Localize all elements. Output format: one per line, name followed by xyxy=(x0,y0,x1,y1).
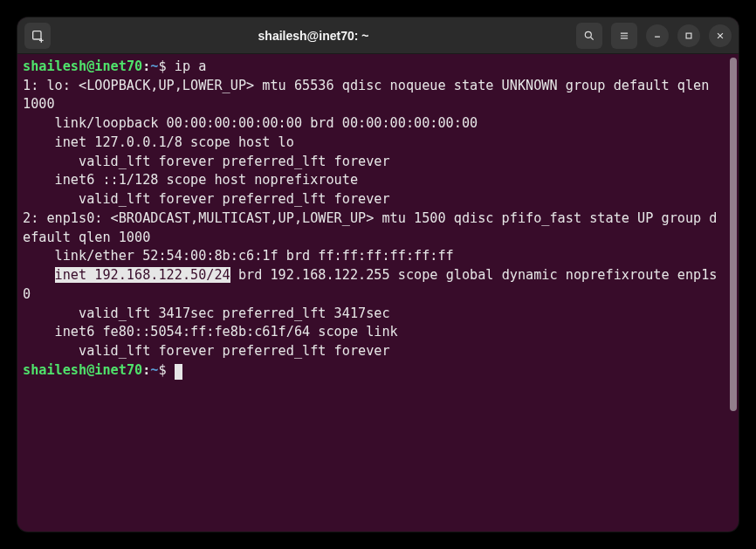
new-tab-button[interactable] xyxy=(24,23,51,49)
terminal-body[interactable]: shailesh@inet70:~$ ip a 1: lo: <LOOPBACK… xyxy=(17,54,739,532)
out-l9a xyxy=(23,267,55,283)
menu-button[interactable] xyxy=(611,23,637,49)
svg-line-4 xyxy=(591,37,594,39)
svg-rect-0 xyxy=(33,31,41,38)
out-l4: valid_lft forever preferred_lft forever xyxy=(23,154,390,169)
prompt-user: shailesh xyxy=(23,58,86,74)
out-l12: valid_lft forever preferred_lft forever xyxy=(23,343,390,359)
out-l11: inet6 fe80::5054:ff:fe8b:c61f/64 scope l… xyxy=(23,324,398,340)
highlighted-inet: inet 192.168.122.50/24 xyxy=(55,267,230,283)
search-icon xyxy=(583,30,595,42)
terminal-content: shailesh@inet70:~$ ip a 1: lo: <LOOPBACK… xyxy=(23,58,733,380)
scrollbar-thumb[interactable] xyxy=(730,58,737,411)
titlebar: shailesh@inet70: ~ xyxy=(17,17,739,54)
prompt2-path: ~ xyxy=(150,362,158,378)
prompt-colon: : xyxy=(142,58,150,74)
prompt-at: @ xyxy=(86,58,94,74)
prompt-path: ~ xyxy=(150,58,158,74)
search-button[interactable] xyxy=(576,23,602,49)
terminal-window: shailesh@inet70: ~ shailesh@inet70:~$ ip… xyxy=(17,17,739,532)
out-l7: 2: enp1s0: <BROADCAST,MULTICAST,UP,LOWER… xyxy=(23,210,718,245)
prompt-dollar: $ xyxy=(159,58,167,74)
cursor xyxy=(175,364,182,380)
close-button[interactable] xyxy=(709,24,732,47)
hamburger-icon xyxy=(618,30,630,42)
window-title: shailesh@inet70: ~ xyxy=(58,29,569,43)
out-l6: valid_lft forever preferred_lft forever xyxy=(23,191,390,207)
out-l8: link/ether 52:54:00:8b:c6:1f brd ff:ff:f… xyxy=(23,248,454,264)
out-l3: inet 127.0.0.1/8 scope host lo xyxy=(23,134,294,150)
minimize-icon xyxy=(651,30,663,42)
svg-point-3 xyxy=(585,31,591,38)
command-text: ip a xyxy=(175,58,207,74)
prompt2-host: inet70 xyxy=(94,362,142,378)
prompt2-colon: : xyxy=(142,362,150,378)
out-l5: inet6 ::1/128 scope host noprefixroute xyxy=(23,172,358,188)
prompt2-user: shailesh xyxy=(23,362,86,378)
prompt2-at: @ xyxy=(86,362,94,378)
out-l10: valid_lft 3417sec preferred_lft 3417sec xyxy=(23,305,390,321)
out-l1: 1: lo: <LOOPBACK,UP,LOWER_UP> mtu 65536 … xyxy=(23,78,718,113)
out-l2: link/loopback 00:00:00:00:00:00 brd 00:0… xyxy=(23,115,478,131)
minimize-button[interactable] xyxy=(646,24,669,47)
svg-rect-9 xyxy=(686,33,691,38)
maximize-button[interactable] xyxy=(677,24,700,47)
prompt2-dollar: $ xyxy=(159,362,167,378)
prompt-host: inet70 xyxy=(94,58,142,74)
close-icon xyxy=(714,30,726,42)
maximize-icon xyxy=(683,30,695,42)
